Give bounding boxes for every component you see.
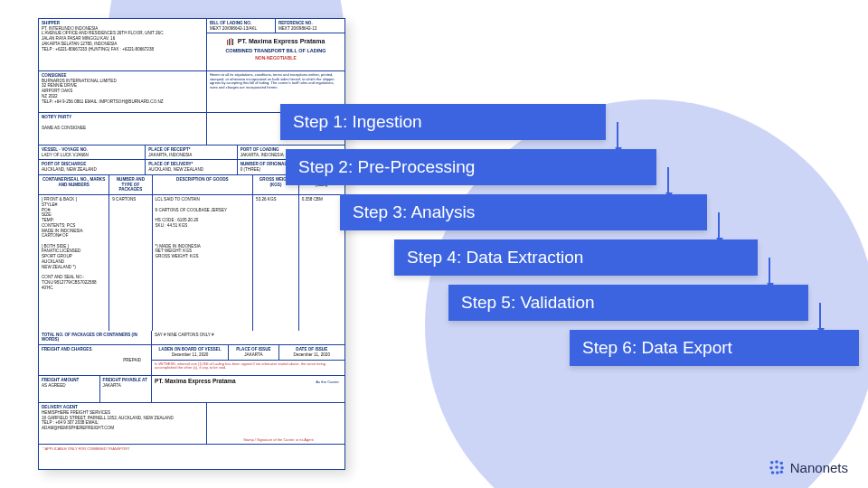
- desc-value: LCL SAID TO CONTAIN 9 CARTONS OF COOLBAS…: [152, 195, 253, 331]
- date-issue-value: December 11, 2020: [282, 352, 342, 358]
- svg-point-5: [780, 466, 784, 470]
- ref-value: MEXT 20/098642-13: [278, 26, 342, 32]
- place-issue-header: PLACE OF ISSUE: [231, 347, 275, 352]
- marks-value: [ FRONT & BACK ] STYLE#: PO#: SIZE: TEMP…: [39, 195, 109, 331]
- bill-of-lading-document: SHIPPER PT. INTERLINDO INDONESIA L'AVENU…: [38, 18, 345, 470]
- place-issue-value: JAKARTA: [231, 352, 275, 358]
- nanonets-icon: [769, 459, 785, 475]
- svg-point-8: [779, 470, 783, 474]
- th-marks: CONTAINER/SEAL NO., MARKS AND NUMBERS: [39, 175, 109, 195]
- signature-company: PT. Maxima Express Pratama: [155, 378, 236, 384]
- payable-value: JAKARTA: [103, 383, 148, 389]
- pkgs-value: 9 CARTONS: [109, 195, 152, 331]
- gw-value: 53.26 KGS: [253, 195, 299, 331]
- step-4: Step 4: Data Extraction: [394, 239, 758, 276]
- svg-point-4: [775, 465, 778, 469]
- shipper-value: PT. INTERLINDO INDONESIA L'AVENUE OFFICE…: [42, 26, 203, 52]
- freight-charges-header: FREIGHT AND CHARGES: [42, 347, 148, 352]
- delivery-agent-value: HEMISPHERE FREIGHT SERVICES 19 GARFIELD …: [42, 410, 203, 431]
- total-value: SAY # NINE CARTONS ONLY #: [152, 331, 344, 344]
- step-5: Step 5: Validation: [448, 285, 808, 321]
- bol-value: MEXT 20/098642-13/AKL: [210, 26, 272, 32]
- carrier-logo-icon: [227, 38, 234, 47]
- svg-point-6: [770, 471, 774, 474]
- svg-point-1: [775, 460, 778, 464]
- receipt-value: JAKARTA, INDONESIA: [148, 153, 233, 158]
- svg-point-3: [769, 466, 773, 470]
- step-2: Step 2: Pre-Processing: [286, 149, 656, 185]
- consignee-value: BURNARDS INTERNATIONAL LIMITED 32 RENNIE…: [42, 79, 203, 105]
- th-pkgs: NUMBER AND TYPE OF PACKAGES: [109, 175, 152, 195]
- total-header: TOTAL NO. OF PACKAGES OR CONTAINERS (IN …: [42, 333, 148, 343]
- freight-amt-value: AS AGREED: [42, 383, 97, 389]
- footnote: * APPLICABLE ONLY FOR COMBINED TRANSPORT: [39, 445, 344, 453]
- brand-logo: Nanonets: [769, 459, 848, 475]
- step-6: Step 6: Data Export: [570, 330, 859, 366]
- svg-point-2: [779, 462, 783, 465]
- witness-text: In WITNESS, whereof one (1) Bill of Ladi…: [152, 361, 344, 372]
- meas-value: 0.358 CBM: [298, 195, 344, 331]
- stamp-label: Stamp / Signature of the Carrier or its …: [210, 437, 347, 442]
- doc-title: COMBINED TRANSPORT BILL OF LADING: [211, 48, 341, 54]
- notify-value: SAME AS CONSIGNEE: [42, 126, 203, 131]
- step-1: Step 1: Ingestion: [280, 104, 606, 140]
- non-negotiable-label: NON-NEGOTIABLE: [211, 55, 341, 61]
- freight-charges-value: PREPAID: [42, 358, 148, 363]
- pod-value: AUCKLAND, NEW ZEALAND: [42, 167, 142, 173]
- laden-header: LADEN ON BOARD OF VESSEL: [155, 347, 225, 352]
- carrier-name: PT. Maxima Express Pratama: [238, 39, 326, 45]
- goods-table: CONTAINER/SEAL NO., MARKS AND NUMBERS NU…: [39, 175, 344, 331]
- as-carrier-label: As the Carrier: [316, 380, 339, 384]
- payable-header: FREIGHT PAYABLE AT: [103, 378, 148, 383]
- vessel-value: LADY OF LUCK V.2466N: [42, 153, 142, 158]
- delivery-value: AUCKLAND, NEW ZEALAND: [148, 167, 233, 173]
- laden-value: December 11, 2020: [155, 352, 225, 358]
- svg-point-0: [770, 461, 774, 465]
- brand-text: Nanonets: [790, 460, 848, 475]
- notify-header: NOTIFY PARTY: [42, 115, 203, 120]
- th-desc: DESCRIPTION OF GOODS: [152, 175, 253, 195]
- svg-point-7: [776, 471, 779, 474]
- step-3: Step 3: Analysis: [340, 194, 707, 230]
